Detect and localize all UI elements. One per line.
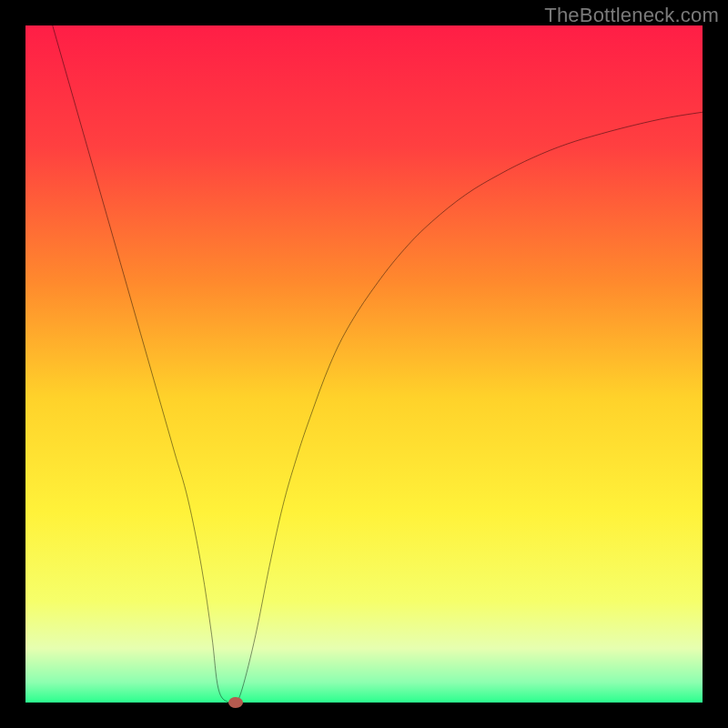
chart-frame: TheBottleneck.com [0,0,728,728]
optimum-marker [228,697,243,708]
attribution-watermark: TheBottleneck.com [544,4,719,27]
plot-area [25,25,703,703]
bottleneck-curve [25,25,703,703]
